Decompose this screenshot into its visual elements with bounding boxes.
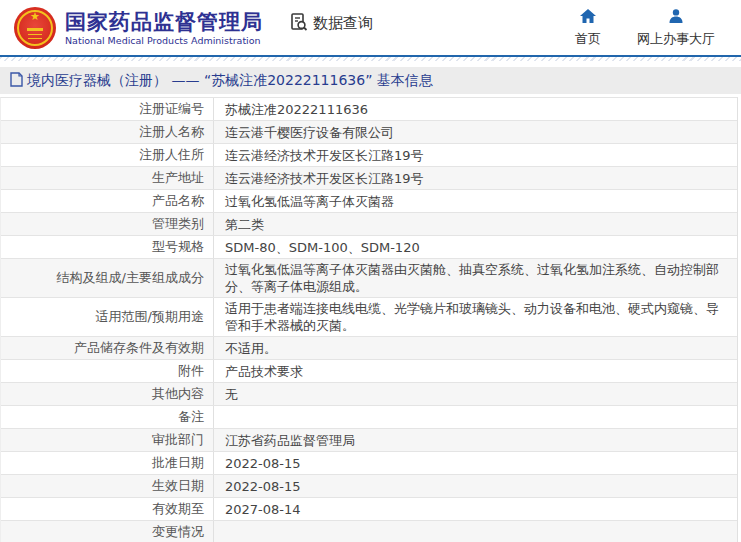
row-value: 2027-08-14 (213, 498, 737, 520)
row-value: 连云港千樱医疗设备有限公司 (213, 121, 737, 143)
nav-service-hall[interactable]: 网上办事大厅 (637, 9, 715, 48)
row-value (213, 521, 737, 542)
table-row: 结构及组成/主要组成成分过氧化氢低温等离子体灭菌器由灭菌舱、抽真空系统、过氧化氢… (1, 259, 737, 298)
row-label: 生产地址 (1, 167, 213, 189)
row-value: 2022-08-15 (213, 475, 737, 497)
table-row: 变更情况 (1, 521, 737, 542)
row-value: 江苏省药品监督管理局 (213, 429, 737, 451)
row-label: 管理类别 (1, 213, 213, 235)
row-label: 适用范围/预期用途 (1, 298, 213, 336)
table-row: 注册人名称连云港千樱医疗设备有限公司 (1, 121, 737, 144)
header: ★ 国家药品监督管理局 National Medical Products Ad… (0, 0, 741, 57)
table-row: 注册人住所连云港经济技术开发区长江路19号 (1, 144, 737, 167)
row-label: 型号规格 (1, 236, 213, 258)
org-name-cn: 国家药品监督管理局 (65, 10, 263, 34)
table-row: 审批部门江苏省药品监督管理局 (1, 429, 737, 452)
nav-service-hall-label: 网上办事大厅 (637, 30, 715, 48)
document-icon (10, 72, 27, 90)
row-label: 其他内容 (1, 383, 213, 405)
row-value: 2022-08-15 (213, 452, 737, 474)
row-label: 备注 (1, 406, 213, 428)
row-label: 有效期至 (1, 498, 213, 520)
table-row: 生效日期2022-08-15 (1, 475, 737, 498)
table-row: 生产地址连云港经济技术开发区长江路19号 (1, 167, 737, 190)
row-label: 产品储存条件及有效期 (1, 337, 213, 359)
row-label: 批准日期 (1, 452, 213, 474)
row-label: 审批部门 (1, 429, 213, 451)
data-query-label: 数据查询 (313, 14, 373, 33)
table-row: 注册证编号苏械注准20222111636 (1, 98, 737, 121)
page-title-bar: 境内医疗器械（注册） —— “苏械注准20222111636” 基本信息 (0, 67, 741, 94)
row-label: 注册人名称 (1, 121, 213, 143)
page-title: 境内医疗器械（注册） —— “苏械注准20222111636” 基本信息 (27, 72, 433, 90)
row-value: 产品技术要求 (213, 360, 737, 382)
data-query-tab[interactable]: 数据查询 (289, 12, 373, 36)
info-table: 注册证编号苏械注准20222111636注册人名称连云港千樱医疗设备有限公司注册… (0, 97, 738, 542)
table-row: 管理类别第二类 (1, 213, 737, 236)
home-icon (580, 9, 596, 30)
row-label: 附件 (1, 360, 213, 382)
header-nav: 首页 网上办事大厅 (575, 9, 715, 48)
table-row: 产品储存条件及有效期不适用。 (1, 337, 737, 360)
row-value: 苏械注准20222111636 (213, 98, 737, 120)
table-row: 适用范围/预期用途适用于患者端连接电线电缆、光学镜片和玻璃镜头、动力设备和电池、… (1, 298, 737, 337)
row-value: 过氧化氢低温等离子体灭菌器 (213, 190, 737, 212)
row-label: 结构及组成/主要组成成分 (1, 259, 213, 297)
row-value: 过氧化氢低温等离子体灭菌器由灭菌舱、抽真空系统、过氧化氢加注系统、自动控制部分、… (213, 259, 737, 297)
table-row: 附件产品技术要求 (1, 360, 737, 383)
row-label: 产品名称 (1, 190, 213, 212)
data-query-icon (289, 12, 313, 36)
hatch-strip (0, 57, 741, 65)
table-row: 有效期至2027-08-14 (1, 498, 737, 521)
person-icon (669, 9, 683, 30)
national-emblem-icon: ★ (14, 7, 56, 49)
table-row: 产品名称过氧化氢低温等离子体灭菌器 (1, 190, 737, 213)
nmpa-brand[interactable]: ★ 国家药品监督管理局 National Medical Products Ad… (14, 7, 263, 49)
row-label: 注册人住所 (1, 144, 213, 166)
table-row: 备注 (1, 406, 737, 429)
table-row: 其他内容无 (1, 383, 737, 406)
row-value: 不适用。 (213, 337, 737, 359)
brand-text: 国家药品监督管理局 National Medical Products Admi… (65, 10, 263, 46)
row-value: 无 (213, 383, 737, 405)
nav-home[interactable]: 首页 (575, 9, 601, 48)
row-value (213, 406, 737, 428)
org-name-en: National Medical Products Administration (65, 35, 263, 46)
row-label: 变更情况 (1, 521, 213, 542)
row-value: SDM-80、SDM-100、SDM-120 (213, 236, 737, 258)
table-row: 型号规格SDM-80、SDM-100、SDM-120 (1, 236, 737, 259)
row-label: 注册证编号 (1, 98, 213, 120)
row-value: 连云港经济技术开发区长江路19号 (213, 144, 737, 166)
row-value: 第二类 (213, 213, 737, 235)
nav-home-label: 首页 (575, 30, 601, 48)
row-value: 适用于患者端连接电线电缆、光学镜片和玻璃镜头、动力设备和电池、硬式内窥镜、导管和… (213, 298, 737, 336)
row-value: 连云港经济技术开发区长江路19号 (213, 167, 737, 189)
row-label: 生效日期 (1, 475, 213, 497)
table-row: 批准日期2022-08-15 (1, 452, 737, 475)
